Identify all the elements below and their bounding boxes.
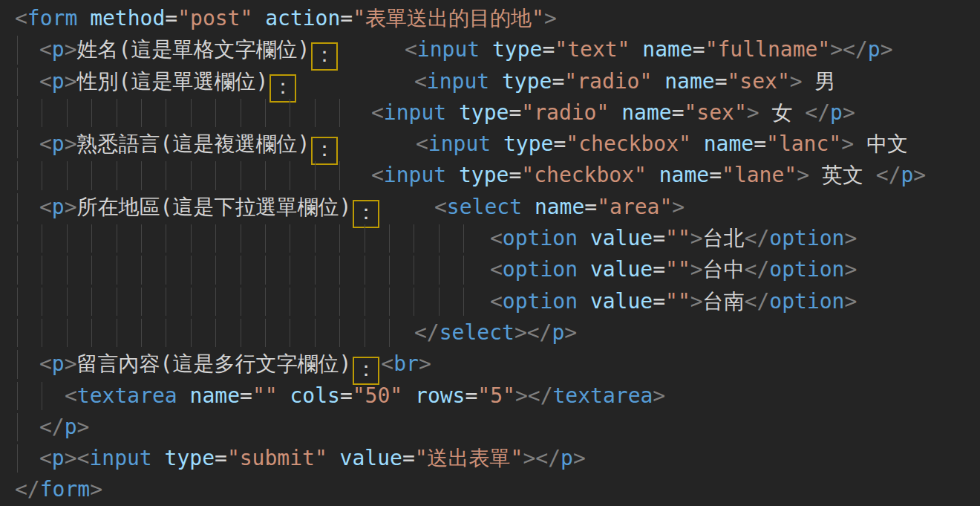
code-token	[491, 132, 503, 156]
code-token: ""	[665, 226, 690, 250]
code-token: p	[52, 195, 65, 219]
code-line: </select></p>	[0, 317, 980, 348]
code-token: value	[590, 289, 653, 314]
code-line: <option value="">台北</option>	[0, 223, 980, 254]
indent-guide	[215, 288, 216, 316]
code-token: p	[52, 69, 65, 94]
code-token: "lanc"	[766, 132, 841, 156]
code-token	[77, 6, 90, 30]
code-token: "radio"	[564, 69, 652, 94]
code-token: select	[447, 195, 522, 219]
indent-guide	[315, 319, 316, 347]
indent-guide	[439, 224, 440, 253]
indent-guide	[17, 193, 18, 221]
code-segment: </form>	[15, 474, 102, 505]
code-token	[522, 195, 535, 219]
indent-guide	[166, 256, 166, 284]
indent-guide	[17, 413, 18, 441]
indent-guide	[389, 256, 390, 284]
code-token: p	[52, 37, 65, 62]
code-token: <	[434, 195, 447, 219]
code-token: </	[745, 257, 770, 282]
indent-guide	[389, 288, 390, 316]
code-token: =	[693, 37, 705, 62]
code-token: type	[459, 100, 509, 125]
code-token: >	[690, 257, 703, 282]
code-segment: <input type="radio" name="sex"> 男	[414, 66, 836, 97]
code-token: "fullname"	[705, 37, 831, 62]
code-token: =	[340, 6, 353, 30]
code-token: <	[381, 351, 393, 376]
indent-guide	[42, 382, 42, 410]
indent-guide	[215, 256, 216, 284]
indent-guide	[17, 99, 18, 127]
code-token: "5"	[477, 383, 515, 408]
code-token	[578, 289, 590, 314]
indent-guide	[191, 256, 192, 284]
indent-guide	[463, 256, 464, 284]
code-token: name	[704, 132, 754, 156]
code-token: =	[509, 163, 521, 187]
code-token: "checkbox"	[521, 163, 647, 187]
indent-guide	[117, 256, 117, 284]
indent-guide	[241, 224, 241, 253]
code-token: >	[844, 257, 857, 282]
code-token: <	[65, 383, 77, 408]
code-line: <p><input type="submit" value="送出表單"></p…	[0, 443, 980, 474]
code-token	[278, 383, 290, 408]
indent-guide	[365, 319, 365, 347]
code-token: 所在地區(這是下拉選單欄位)	[77, 195, 352, 219]
code-token: >	[65, 132, 77, 156]
code-token	[402, 383, 415, 408]
code-token	[177, 383, 190, 408]
code-token: 姓名(這是單格文字欄位)	[77, 37, 310, 62]
code-token: >	[790, 69, 803, 94]
code-token: =	[402, 446, 415, 470]
indent-guide	[117, 288, 117, 316]
code-token: >	[690, 289, 703, 314]
code-token	[691, 132, 704, 156]
code-token: 台北	[703, 226, 745, 250]
code-token: <	[39, 37, 52, 62]
indent-guide	[91, 288, 92, 316]
code-token	[578, 226, 590, 250]
code-token: >	[65, 351, 77, 376]
indent-guide	[91, 99, 92, 127]
code-token: =	[754, 132, 766, 156]
code-token: p	[552, 320, 564, 345]
indent-guide	[191, 99, 192, 127]
indent-guide	[17, 68, 18, 96]
code-line: <input type="radio" name="sex"> 女 </p>	[0, 97, 980, 129]
indent-guide	[191, 161, 192, 189]
indent-guide	[191, 288, 192, 316]
indent-guide	[91, 161, 92, 189]
indent-guide	[117, 161, 117, 189]
code-token: "text"	[555, 37, 630, 62]
indent-guide	[141, 99, 142, 127]
code-token: =	[552, 69, 564, 94]
code-token: option	[769, 226, 844, 250]
code-token: >	[672, 195, 685, 219]
indent-guide	[67, 288, 68, 316]
code-token: </	[745, 289, 770, 314]
indent-guide	[315, 99, 316, 127]
indent-guide	[339, 99, 340, 127]
code-token: p	[830, 100, 843, 125]
code-token: p	[901, 163, 914, 187]
code-editor[interactable]: <form method="post" action="表單送出的目的地"><p…	[0, 0, 980, 506]
indent-guide	[365, 224, 365, 253]
indent-guide	[117, 224, 117, 253]
code-token: <	[490, 257, 503, 282]
indent-guide	[265, 161, 266, 189]
code-token: value	[340, 446, 402, 470]
indent-guide	[117, 99, 117, 127]
indent-guide	[141, 288, 142, 316]
code-token: p	[52, 446, 65, 470]
code-token	[252, 6, 265, 30]
code-segment: </p>	[39, 412, 89, 443]
code-token: =	[215, 446, 227, 470]
indent-guide	[290, 319, 290, 347]
code-token: type	[503, 132, 553, 156]
code-token: p	[561, 446, 573, 470]
code-token: name	[659, 163, 709, 187]
